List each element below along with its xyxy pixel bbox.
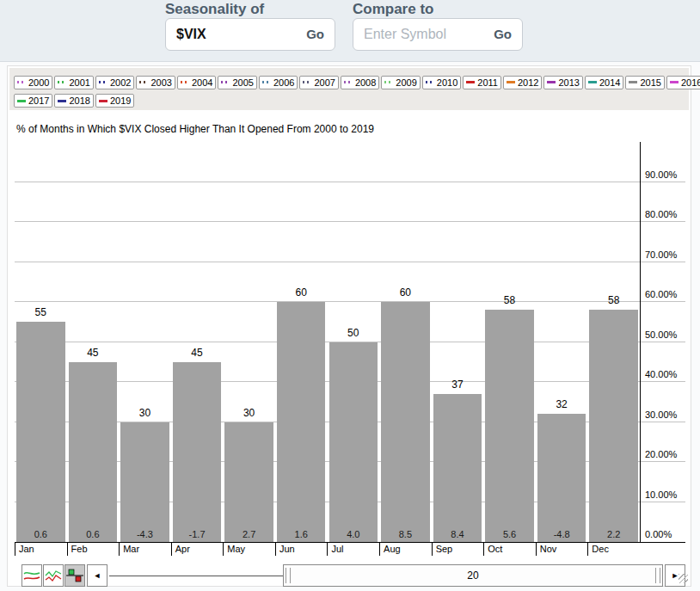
year-button-2011[interactable]: 2011 [463, 76, 501, 89]
bar-jun [277, 302, 326, 542]
seasonality-of-label: Seasonality of [165, 1, 264, 18]
year-button-2002[interactable]: 2002 [95, 76, 134, 89]
year-button-2013[interactable]: 2013 [543, 76, 582, 89]
bar-change-label-oct: 5.6 [483, 529, 536, 539]
bar-apr [173, 362, 222, 542]
bar-value-label-aug: 60 [379, 286, 432, 299]
x-axis-label-aug: Aug [379, 543, 432, 556]
y-axis-label-40: 40.00% [645, 369, 697, 379]
y-axis-label-70: 70.00% [645, 249, 697, 260]
bar-value-label-sep: 37 [432, 379, 484, 391]
year-button-2019[interactable]: 2019 [95, 94, 134, 108]
y-axis-label-50: 50.00% [645, 329, 697, 340]
solid-line-swatch [17, 100, 26, 102]
bar-value-label-jan: 55 [15, 306, 67, 318]
bar-aug [381, 302, 430, 542]
x-axis-label-apr: Apr [171, 543, 224, 556]
year-button-2003[interactable]: 2003 [136, 76, 175, 89]
y-axis-label-10: 10.00% [645, 489, 697, 500]
header-bar: Seasonality of Go Compare to Go [0, 0, 700, 62]
bar-change-label-dec: 2.2 [587, 529, 640, 539]
year-button-2008[interactable]: 2008 [341, 76, 379, 89]
year-button-2005[interactable]: 2005 [218, 76, 256, 89]
slider-thumb[interactable]: 20 [283, 564, 663, 587]
solid-line-swatch [507, 81, 515, 83]
bar-value-label-apr: 45 [171, 347, 224, 359]
x-axis-labels: JanFebMarAprMayJunJulAugSepOctNovDec [15, 543, 640, 557]
x-axis-label-jun: Jun [275, 543, 328, 556]
gridline-80 [15, 221, 685, 222]
chart-toolbar: ◄ 20 ► [15, 564, 687, 587]
bar-jul [329, 342, 378, 543]
dotted-line-swatch [426, 81, 434, 83]
year-button-2010[interactable]: 2010 [422, 76, 461, 89]
x-axis-label-dec: Dec [587, 543, 640, 556]
bar-change-label-jun: 1.6 [275, 529, 328, 539]
bar-jan [16, 322, 65, 542]
resize-handle[interactable] [679, 574, 688, 583]
bar-value-label-oct: 58 [483, 294, 536, 306]
dotted-line-swatch [221, 81, 230, 83]
compare-symbol-input[interactable] [353, 19, 482, 50]
y-axis-label-80: 80.00% [645, 209, 697, 219]
jagged-line-chart-icon[interactable] [43, 564, 64, 587]
bar-chart-icon[interactable] [64, 564, 85, 587]
dotted-line-swatch [181, 81, 189, 83]
smooth-line-chart-icon[interactable] [21, 564, 42, 587]
bar-change-label-jan: 0.6 [15, 529, 67, 539]
solid-line-swatch [629, 81, 637, 83]
year-button-2009[interactable]: 2009 [381, 76, 420, 89]
year-button-2017[interactable]: 2017 [14, 94, 52, 108]
year-button-2006[interactable]: 2006 [259, 76, 298, 89]
bar-change-label-aug: 8.5 [379, 529, 432, 539]
bar-change-label-feb: 0.6 [67, 529, 120, 539]
solid-line-swatch [58, 100, 66, 102]
bar-value-label-mar: 30 [119, 407, 171, 419]
dotted-line-swatch [99, 81, 107, 83]
bar-value-label-jul: 50 [328, 327, 380, 339]
seasonality-chart-panel: 2000200120022003200420052006200720082009… [7, 65, 691, 587]
year-button-2012[interactable]: 2012 [503, 76, 542, 89]
seasonality-symbol-box: Go [165, 18, 335, 51]
year-button-2001[interactable]: 2001 [54, 76, 93, 89]
y-axis-label-30: 30.00% [645, 409, 697, 420]
bar-value-label-jun: 60 [275, 286, 328, 299]
bar-value-label-nov: 32 [536, 398, 588, 410]
seasonality-symbol-input[interactable] [166, 19, 295, 50]
year-legend: 2000200120022003200420052006200720082009… [9, 68, 689, 110]
solid-line-swatch [670, 81, 679, 83]
year-button-2004[interactable]: 2004 [177, 76, 216, 89]
bar-sep [433, 394, 482, 542]
year-button-2014[interactable]: 2014 [585, 76, 623, 89]
x-axis-line [15, 542, 685, 543]
x-axis-label-oct: Oct [483, 543, 536, 556]
year-button-2015[interactable]: 2015 [625, 76, 664, 89]
scroll-left-button[interactable]: ◄ [87, 564, 107, 587]
x-axis-label-jul: Jul [327, 543, 379, 556]
bar-oct [485, 310, 534, 542]
dotted-line-swatch [139, 81, 148, 83]
dotted-line-swatch [344, 81, 353, 83]
plot-area: 0.00%10.00%20.00%30.00%40.00%50.00%60.00… [15, 142, 685, 542]
year-button-2000[interactable]: 2000 [14, 76, 52, 89]
compare-to-label: Compare to [353, 1, 433, 18]
dotted-line-swatch [384, 81, 393, 83]
year-button-2007[interactable]: 2007 [299, 76, 338, 89]
compare-go-button[interactable]: Go [494, 27, 512, 41]
bar-feb [69, 362, 118, 542]
solid-line-swatch [547, 81, 556, 83]
bar-change-label-apr: -1.7 [171, 529, 224, 539]
y-axis-line [640, 142, 641, 542]
year-button-2018[interactable]: 2018 [54, 94, 93, 108]
bar-change-label-may: 2.7 [223, 529, 275, 539]
solid-line-swatch [466, 81, 475, 83]
x-axis-label-sep: Sep [432, 543, 484, 556]
dotted-line-swatch [58, 81, 66, 83]
y-axis-label-0: 0.00% [645, 529, 697, 539]
seasonality-go-button[interactable]: Go [306, 27, 324, 41]
bar-value-label-dec: 58 [587, 294, 640, 306]
x-axis-label-may: May [223, 543, 275, 556]
x-axis-label-mar: Mar [119, 543, 171, 556]
year-button-2016[interactable]: 2016 [666, 76, 700, 89]
y-axis-label-60: 60.00% [645, 289, 697, 299]
